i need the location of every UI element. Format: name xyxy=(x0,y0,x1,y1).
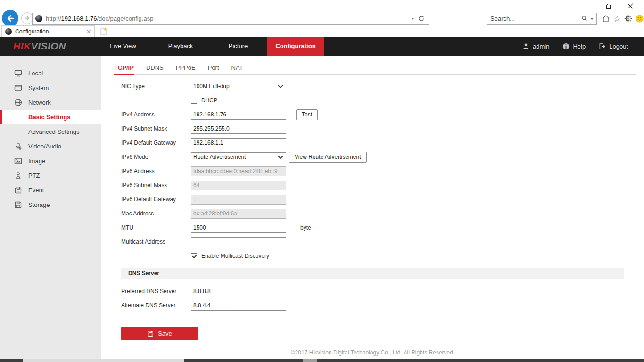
back-button[interactable] xyxy=(2,10,18,26)
tab-close-icon[interactable] xyxy=(86,29,91,34)
save-button[interactable]: Save xyxy=(121,327,198,340)
url-text[interactable]: http://192.168.1.76/doc/page/config.asp xyxy=(46,15,410,22)
field-label: NIC Type xyxy=(121,83,191,90)
feedback-smiley-icon[interactable] xyxy=(636,15,644,23)
form-row-mac-address: Mac Address xyxy=(121,206,644,221)
tab-favicon-icon xyxy=(5,28,12,35)
sidebar-item-ptz[interactable]: PTZ xyxy=(0,168,101,183)
sidebar-item-network[interactable]: Network xyxy=(0,95,101,110)
nav-live-view[interactable]: Live View xyxy=(94,37,152,56)
refresh-icon[interactable] xyxy=(418,15,425,22)
tab-tcpip[interactable]: TCP/IP xyxy=(114,62,134,75)
restore-button[interactable] xyxy=(598,0,619,12)
form-row-ipv6-address: IPv6 Address xyxy=(121,164,644,178)
field-label: Mac Address xyxy=(121,210,191,217)
sidebar-label: System xyxy=(28,84,49,91)
multicast-discovery-checkbox[interactable] xyxy=(191,253,197,259)
settings-gear-icon[interactable] xyxy=(624,15,632,23)
header-right: admin Help Logout xyxy=(522,37,628,56)
microphone-icon xyxy=(14,142,22,150)
tab-nat[interactable]: NAT xyxy=(231,62,243,75)
close-button[interactable] xyxy=(619,0,641,12)
field-label: IPv4 Default Gateway xyxy=(121,140,191,146)
dhcp-label: DHCP xyxy=(201,97,217,104)
field-label: Multicast Address xyxy=(121,239,191,245)
ipv4-address-input[interactable] xyxy=(191,110,286,120)
network-globe-icon xyxy=(14,99,22,107)
search-box[interactable]: Search... ▾ xyxy=(487,13,597,25)
home-icon[interactable] xyxy=(602,15,610,23)
sidebar-item-event[interactable]: Event xyxy=(0,183,101,197)
tab-port[interactable]: Port xyxy=(208,62,219,75)
logo-hik: HIK xyxy=(13,41,31,51)
field-label: Alternate DNS Server xyxy=(121,302,191,309)
field-label: MTU xyxy=(121,224,191,231)
taskbar-app-edge xyxy=(303,359,317,362)
view-route-advertisement-button[interactable]: View Route Advertisement xyxy=(289,152,367,163)
multicast-address-input[interactable] xyxy=(191,237,286,247)
form-row-nic-type: NIC Type 100M Full-dup xyxy=(121,79,644,93)
sidebar-item-advanced-settings[interactable]: Advanced Settings xyxy=(0,124,101,139)
browser-tab-configuration[interactable]: Configuration xyxy=(1,25,95,37)
tab-pppoe[interactable]: PPPoE xyxy=(176,62,196,75)
new-tab-button[interactable] xyxy=(98,26,109,36)
page-tabs: TCP/IP DDNS PPPoE Port NAT xyxy=(114,62,636,75)
new-tab-page-icon xyxy=(100,27,107,36)
sidebar-label: Advanced Settings xyxy=(28,128,79,135)
taskbar-search-edge xyxy=(23,359,184,362)
sidebar-item-basic-settings[interactable]: Basic Settings xyxy=(0,110,101,124)
form-row-alternate-dns: Alternate DNS Server xyxy=(121,298,644,313)
user-menu[interactable]: admin xyxy=(522,43,549,50)
sidebar-label: Network xyxy=(28,99,51,106)
dns-rows: Preferred DNS Server Alternate DNS Serve… xyxy=(121,284,644,313)
help-label: Help xyxy=(573,43,586,50)
ipv6-subnet-input xyxy=(191,181,286,190)
nav-playback[interactable]: Playback xyxy=(152,37,209,56)
monitor-icon xyxy=(14,69,22,77)
sidebar-item-image[interactable]: Image xyxy=(0,154,101,168)
chevron-down-icon xyxy=(277,155,284,159)
logout-button[interactable]: Logout xyxy=(599,43,628,50)
browser-tabstrip: Configuration xyxy=(0,25,644,37)
sidebar-item-local[interactable]: Local xyxy=(0,66,101,81)
alternate-dns-input[interactable] xyxy=(191,301,286,311)
multicast-discovery-label: Enable Multicast Discovery xyxy=(201,253,269,259)
search-caret-icon[interactable]: ▾ xyxy=(591,16,593,21)
nav-configuration[interactable]: Configuration xyxy=(267,37,324,56)
logout-label: Logout xyxy=(609,43,628,50)
form-row-preferred-dns: Preferred DNS Server xyxy=(121,284,644,298)
test-button[interactable]: Test xyxy=(296,109,318,120)
browser-window: http://192.168.1.76/doc/page/config.asp … xyxy=(0,0,644,362)
favorites-star-icon[interactable]: ☆ xyxy=(613,15,621,23)
preferred-dns-input[interactable] xyxy=(191,287,286,296)
tab-ddns[interactable]: DDNS xyxy=(146,62,164,75)
form-row-ipv4-address: IPv4 Address Test xyxy=(121,107,644,122)
field-label: IPv6 Address xyxy=(121,168,191,174)
save-floppy-icon xyxy=(147,330,154,337)
ipv6-mode-select[interactable]: Route Advertisement xyxy=(191,152,286,162)
ipv4-subnet-input[interactable] xyxy=(191,124,286,134)
field-label: IPv6 Default Gateway xyxy=(121,196,191,203)
storage-disk-icon xyxy=(14,201,22,209)
minimize-button[interactable] xyxy=(576,0,598,12)
form-row-ipv4-subnet: IPv4 Subnet Mask xyxy=(121,122,644,136)
sidebar-item-storage[interactable]: Storage xyxy=(0,197,101,212)
field-label: IPv4 Address xyxy=(121,111,191,118)
help-button[interactable]: Help xyxy=(562,43,586,50)
taskbar-edge[interactable] xyxy=(0,359,644,362)
sidebar-item-system[interactable]: System xyxy=(0,81,101,95)
autocomplete-caret-icon[interactable]: ▾ xyxy=(412,16,414,21)
address-bar[interactable]: http://192.168.1.76/doc/page/config.asp … xyxy=(32,13,429,25)
ipv4-gateway-input[interactable] xyxy=(191,138,286,148)
mtu-input[interactable] xyxy=(191,223,286,233)
main-content: TCP/IP DDNS PPPoE Port NAT NIC Type 100M… xyxy=(101,56,644,359)
help-info-icon xyxy=(562,43,570,50)
sidebar-label: Storage xyxy=(28,201,50,208)
search-icon[interactable] xyxy=(581,15,588,22)
forward-button[interactable] xyxy=(21,12,33,24)
nic-type-select[interactable]: 100M Full-dup xyxy=(191,82,286,91)
nav-picture[interactable]: Picture xyxy=(209,37,267,56)
sidebar-item-video-audio[interactable]: Video/Audio xyxy=(0,139,101,154)
forward-arrow-icon xyxy=(24,15,31,22)
dhcp-checkbox[interactable] xyxy=(191,98,197,104)
